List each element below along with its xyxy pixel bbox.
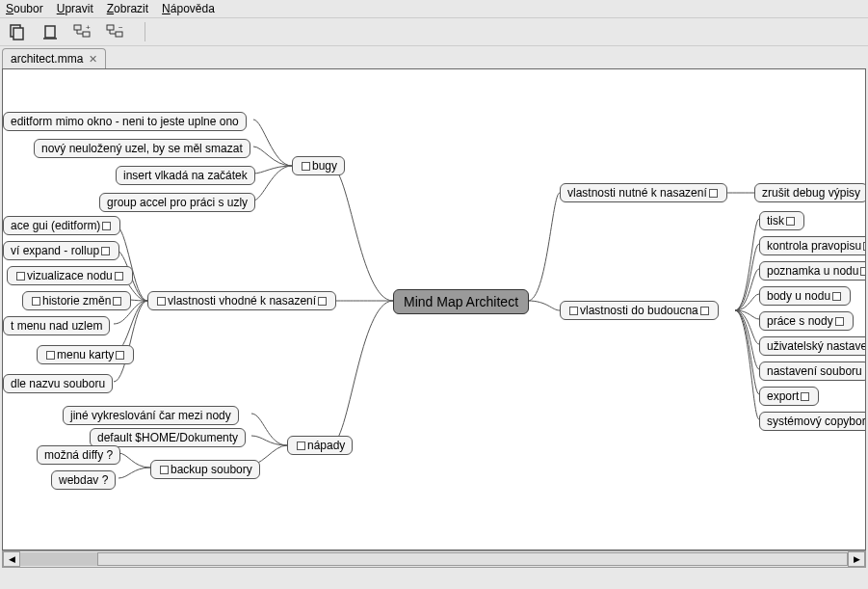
svg-rect-10 <box>116 32 122 37</box>
expand-icon[interactable] <box>157 297 166 306</box>
expand-icon[interactable] <box>302 162 310 171</box>
expand-icon[interactable] <box>160 466 169 474</box>
close-icon[interactable]: ✕ <box>89 53 97 66</box>
expand-icon[interactable] <box>709 189 718 198</box>
svg-rect-4 <box>74 25 81 30</box>
horizontal-scrollbar[interactable]: ◀ ▶ <box>2 550 866 568</box>
mindmap-canvas[interactable]: Mind Map Architect bugy editform mimo ok… <box>2 68 866 550</box>
expand-icon[interactable] <box>801 392 809 401</box>
node-bud-1[interactable]: kontrola pravopisu <box>759 236 866 255</box>
menu-help[interactable]: Nápověda <box>162 2 215 15</box>
node-nap-0[interactable]: jiné vykreslování čar mezi nody <box>63 406 239 425</box>
node-vh-5[interactable]: menu karty <box>37 345 134 364</box>
node-bud-0[interactable]: tisk <box>759 211 804 230</box>
expand-icon[interactable] <box>101 247 110 255</box>
expand-icon[interactable] <box>860 267 866 276</box>
expand-icon[interactable] <box>297 442 305 450</box>
node-bud-5[interactable]: uživatelský nastave <box>759 336 866 356</box>
toolbar-separator <box>145 22 145 41</box>
scroll-right-button[interactable]: ▶ <box>848 551 865 567</box>
node-vh-0[interactable]: ace gui (editform) <box>3 216 120 235</box>
toolbar-node-add-icon[interactable]: + <box>73 22 92 41</box>
toolbar-paste-icon[interactable] <box>40 22 60 41</box>
expand-icon[interactable] <box>46 351 55 360</box>
expand-icon[interactable] <box>835 317 844 326</box>
tabbar: architect.mma ✕ <box>0 46 868 68</box>
node-bud-2[interactable]: poznamka u nodu <box>759 261 866 281</box>
node-root[interactable]: Mind Map Architect <box>393 289 529 314</box>
expand-icon[interactable] <box>102 222 111 230</box>
toolbar-copy-icon[interactable] <box>8 22 27 41</box>
menu-edit[interactable]: Upravit <box>57 2 93 15</box>
expand-icon[interactable] <box>116 351 124 360</box>
svg-text:−: − <box>118 23 123 32</box>
expand-icon[interactable] <box>569 307 578 315</box>
node-bk-0[interactable]: možná diffy ? <box>37 445 120 465</box>
expand-icon[interactable] <box>16 272 25 281</box>
node-bud-7[interactable]: export <box>759 387 819 406</box>
expand-icon[interactable] <box>786 217 795 226</box>
node-bug-1[interactable]: nový neuložený uzel, by se měl smazat <box>34 139 250 158</box>
node-vh-4[interactable]: t menu nad uzlem <box>3 316 110 335</box>
node-budoucna[interactable]: vlastnosti do budoucna <box>560 301 719 320</box>
node-nap-1[interactable]: default $HOME/Dokumenty <box>90 428 246 447</box>
node-backup[interactable]: backup soubory <box>150 460 260 479</box>
node-bugy[interactable]: bugy <box>292 156 345 175</box>
menu-file[interactable]: Soubor <box>6 2 43 15</box>
svg-text:+: + <box>86 23 91 32</box>
scroll-track[interactable] <box>20 552 848 566</box>
node-bug-3[interactable]: group accel pro práci s uzly <box>99 193 255 212</box>
menubar: Soubor Upravit Zobrazit Nápověda <box>0 0 868 18</box>
node-nutne[interactable]: vlastnosti nutné k nasazení <box>560 183 727 202</box>
menu-view[interactable]: Zobrazit <box>107 2 148 15</box>
scroll-left-button[interactable]: ◀ <box>3 551 20 567</box>
node-bud-4[interactable]: práce s nody <box>759 311 854 331</box>
node-bud-8[interactable]: systémový copybor <box>759 412 866 431</box>
node-vh-2[interactable]: vizualizace nodu <box>7 266 133 285</box>
expand-icon[interactable] <box>113 297 121 306</box>
node-vhodne[interactable]: vlastnosti vhodné k nasazení <box>147 291 336 310</box>
tab-architect[interactable]: architect.mma ✕ <box>2 48 106 68</box>
node-bk-1[interactable]: webdav ? <box>51 470 116 490</box>
node-vh-6[interactable]: dle nazvu souboru <box>3 374 113 393</box>
expand-icon[interactable] <box>832 292 841 301</box>
expand-icon[interactable] <box>318 297 327 306</box>
node-vh-3[interactable]: historie změn <box>22 291 131 310</box>
expand-icon[interactable] <box>700 307 709 315</box>
svg-rect-9 <box>107 25 114 30</box>
node-bud-6[interactable]: nastavení souboru <box>759 361 866 381</box>
node-bug-2[interactable]: insert vlkadá na začátek <box>116 166 255 185</box>
svg-rect-5 <box>83 32 90 37</box>
node-napady[interactable]: nápady <box>287 436 353 455</box>
node-bud-3[interactable]: body u nodu <box>759 286 851 306</box>
node-vh-1[interactable]: ví expand - rollup <box>3 241 119 260</box>
svg-rect-1 <box>13 28 23 40</box>
expand-icon[interactable] <box>863 242 866 251</box>
expand-icon[interactable] <box>32 297 40 306</box>
node-nutne-0[interactable]: zrušit debug výpisy <box>754 183 866 202</box>
tab-label: architect.mma <box>11 52 83 66</box>
svg-rect-2 <box>45 26 55 38</box>
scroll-thumb[interactable] <box>97 552 848 566</box>
toolbar-node-remove-icon[interactable]: − <box>106 22 125 41</box>
node-bug-0[interactable]: editform mimo okno - neni to jeste uplne… <box>3 112 247 131</box>
toolbar: + − <box>0 18 868 46</box>
expand-icon[interactable] <box>115 272 123 281</box>
